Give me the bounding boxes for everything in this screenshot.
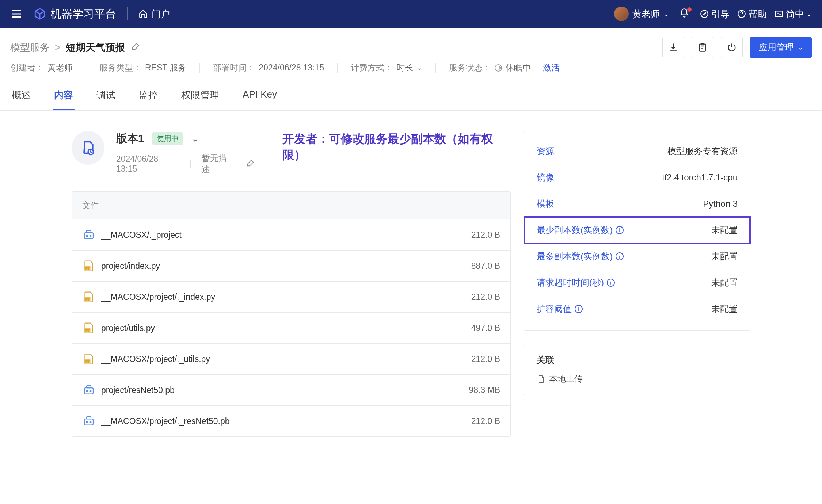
guide-link[interactable]: 引导: [700, 8, 730, 20]
file-row[interactable]: __MACOSX/._project212.0 B: [72, 219, 510, 251]
file-size: 497.0 B: [471, 323, 500, 333]
tab-monitor[interactable]: 监控: [137, 81, 159, 110]
file-size: 887.0 B: [471, 261, 500, 271]
file-table: 文件 __MACOSX/._project212.0 BPYproject/in…: [72, 191, 511, 437]
file-row[interactable]: __MACOSX/project/._resNet50.pb212.0 B: [72, 406, 510, 436]
power-button[interactable]: [721, 37, 743, 58]
version-dropdown[interactable]: ⌄: [191, 133, 199, 144]
log-button[interactable]: [692, 37, 713, 58]
meta-deploy: 部署时间：2024/06/28 13:15: [213, 62, 324, 73]
compass-icon: [700, 9, 709, 19]
avatar: [614, 7, 629, 21]
lang-label: 简中: [786, 8, 804, 20]
related-item[interactable]: 本地上传: [537, 371, 738, 387]
file-row[interactable]: PY__MACOSX/project/._utils.py212.0 B: [72, 344, 510, 375]
file-name: __MACOSX/project/._utils.py: [101, 354, 210, 364]
breadcrumb-parent[interactable]: 模型服务: [10, 41, 50, 54]
hamburger-icon: [10, 8, 23, 20]
file-row[interactable]: PYproject/index.py887.0 B: [72, 251, 510, 282]
file-name: __MACOSX/project/._index.py: [101, 292, 215, 302]
download-button[interactable]: [662, 37, 684, 58]
svg-rect-19: [87, 386, 91, 388]
svg-point-24: [87, 421, 88, 423]
binary-file-icon: [82, 383, 95, 397]
tab-content[interactable]: 内容: [53, 81, 75, 110]
svg-point-20: [87, 390, 88, 392]
meta-creator: 创建者：黄老师: [10, 62, 73, 73]
file-name: project/index.py: [101, 261, 160, 271]
file-row[interactable]: project/resNet50.pb98.3 MB: [72, 375, 510, 406]
prop-timeout[interactable]: 请求超时时间(秒) i未配置: [537, 270, 738, 296]
meta-billing[interactable]: 计费方式：时长⌄: [351, 62, 422, 73]
python-file-icon: PY: [82, 290, 95, 303]
file-size: 212.0 B: [471, 416, 500, 426]
file-row[interactable]: PYproject/utils.py497.0 B: [72, 313, 510, 344]
file-size: 212.0 B: [471, 354, 500, 364]
svg-point-8: [87, 235, 88, 237]
file-icon: [537, 375, 545, 383]
file-row[interactable]: PY__MACOSX/project/._index.py212.0 B: [72, 282, 510, 313]
prop-resource: 资源模型服务专有资源: [537, 138, 738, 164]
notification-dot: [687, 7, 692, 12]
file-clock-icon: [80, 140, 96, 156]
svg-rect-23: [87, 417, 91, 419]
lang-switch[interactable]: En 简中 ⌄: [774, 8, 812, 20]
pencil-icon: [247, 159, 255, 167]
username: 黄老师: [632, 8, 660, 20]
file-name: project/resNet50.pb: [101, 385, 175, 395]
tab-overview[interactable]: 概述: [10, 81, 32, 110]
svg-rect-7: [87, 230, 91, 233]
activate-link[interactable]: 激活: [543, 62, 560, 73]
help-label: 帮助: [749, 8, 767, 20]
info-icon[interactable]: i: [616, 226, 624, 234]
download-icon: [668, 42, 678, 53]
python-file-icon: PY: [82, 352, 95, 366]
user-menu[interactable]: 黄老师 ⌄: [614, 7, 669, 21]
props-card: 资源模型服务专有资源 镜像tf2.4 torch1.7.1-cpu 模板Pyth…: [524, 131, 750, 331]
help-link[interactable]: 帮助: [737, 8, 767, 20]
meta-type: 服务类型：REST 服务: [99, 62, 186, 73]
menu-button[interactable]: [10, 8, 23, 20]
cube-icon: [34, 8, 46, 20]
svg-text:En: En: [777, 12, 781, 16]
info-icon[interactable]: i: [607, 279, 615, 287]
edit-desc-button[interactable]: [245, 159, 256, 169]
help-icon: [737, 9, 746, 19]
related-title: 关联: [537, 351, 738, 371]
breadcrumb-current: 短期天气预报: [66, 41, 125, 54]
app-manage-button[interactable]: 应用管理 ⌄: [750, 37, 812, 58]
notifications-button[interactable]: [676, 8, 692, 20]
svg-rect-22: [84, 419, 93, 425]
lang-icon: En: [774, 9, 784, 19]
svg-point-9: [90, 235, 91, 237]
prop-min-replicas[interactable]: 最少副本数(实例数) i未配置: [524, 217, 750, 243]
version-tag: 使用中: [152, 132, 183, 145]
svg-text:PY: PY: [85, 359, 90, 363]
tab-apikey[interactable]: API Key: [241, 81, 278, 110]
breadcrumb-sep: >: [55, 42, 61, 53]
chevron-down-icon: ⌄: [417, 64, 422, 72]
status-dot-icon: [495, 64, 502, 72]
prop-scale[interactable]: 扩容阈值 i未配置: [537, 296, 738, 322]
divider: [127, 7, 128, 20]
app-logo[interactable]: 机器学习平台: [34, 7, 116, 22]
related-item-label: 本地上传: [549, 373, 583, 385]
file-size: 212.0 B: [471, 230, 500, 240]
edit-title-button[interactable]: [130, 42, 142, 53]
python-file-icon: PY: [82, 259, 95, 272]
info-icon[interactable]: i: [575, 305, 583, 313]
file-name: project/utils.py: [101, 323, 155, 333]
clipboard-icon: [697, 42, 708, 53]
file-table-header: 文件: [72, 192, 510, 219]
tab-permission[interactable]: 权限管理: [180, 81, 221, 110]
file-name: __MACOSX/._project: [101, 230, 182, 240]
file-name: __MACOSX/project/._resNet50.pb: [101, 416, 230, 426]
guide-label: 引导: [711, 8, 730, 20]
info-icon[interactable]: i: [616, 252, 624, 260]
prop-max-replicas[interactable]: 最多副本数(实例数) i未配置: [537, 243, 738, 270]
power-icon: [727, 42, 737, 53]
version-title: 版本1: [116, 131, 144, 146]
tab-debug[interactable]: 调试: [95, 81, 117, 110]
binary-file-icon: [82, 228, 95, 241]
portal-link[interactable]: 门户: [138, 8, 170, 20]
